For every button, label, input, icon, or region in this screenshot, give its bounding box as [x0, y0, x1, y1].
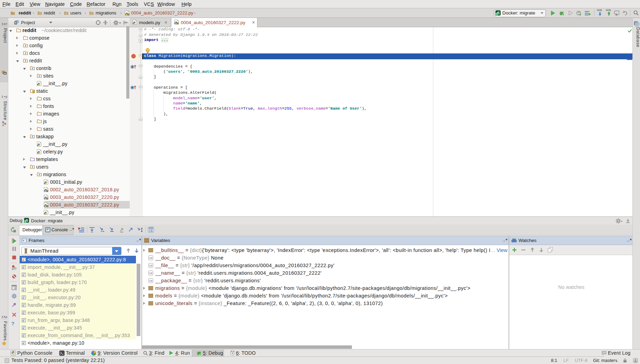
svg-text:8: 8 [151, 256, 152, 260]
svg-text:8: 8 [151, 272, 152, 275]
svg-text:8: 8 [151, 264, 152, 267]
svg-text:8: 8 [151, 279, 152, 282]
